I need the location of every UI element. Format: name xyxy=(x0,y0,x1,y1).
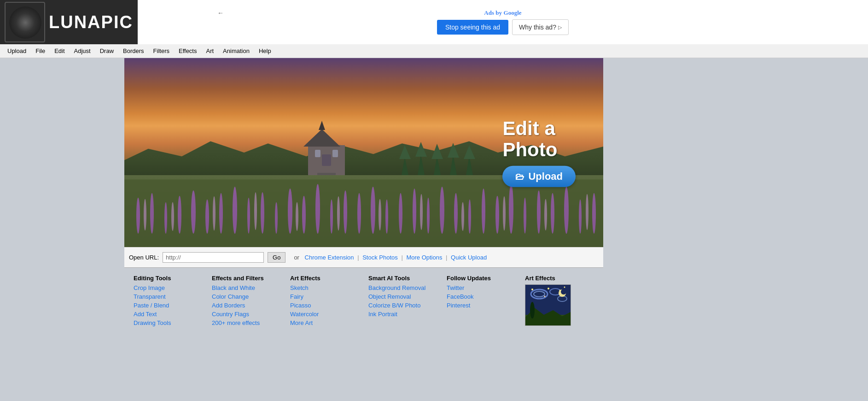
chrome-extension-link[interactable]: Chrome Extension xyxy=(305,254,354,261)
svg-point-9 xyxy=(219,193,223,233)
svg-point-13 xyxy=(275,202,278,234)
svg-point-40 xyxy=(254,192,257,230)
more-options-link[interactable]: More Options xyxy=(406,254,442,261)
nav-edit[interactable]: Edit xyxy=(50,45,69,57)
svg-point-36 xyxy=(592,193,596,233)
svg-point-39 xyxy=(213,196,216,230)
nav-art[interactable]: Art xyxy=(201,45,218,57)
nav-draw[interactable]: Draw xyxy=(95,45,118,57)
art-effects-panel-title: Art Effects xyxy=(525,275,555,282)
nav-adjust[interactable]: Adjust xyxy=(70,45,95,57)
col-editing-tools-title: Editing Tools xyxy=(134,275,198,282)
svg-point-74 xyxy=(544,296,546,297)
svg-point-42 xyxy=(337,196,340,230)
nav-effects[interactable]: Effects xyxy=(174,45,202,57)
svg-point-5 xyxy=(164,202,167,234)
svg-point-30 xyxy=(509,184,513,234)
col-editing-tools: Editing Tools Crop Image Transparent Pas… xyxy=(134,275,198,326)
nav-help[interactable]: Help xyxy=(254,45,276,57)
svg-point-17 xyxy=(330,199,333,234)
header: LUNAPIC ← Ads by Google Stop seeing this… xyxy=(0,0,868,44)
ads-by-google: Ads by Google xyxy=(484,9,521,17)
link-pinterest[interactable]: Pinterest xyxy=(447,302,511,309)
link-add-text[interactable]: Add Text xyxy=(134,311,198,318)
nav-animation[interactable]: Animation xyxy=(218,45,254,57)
nav-filters[interactable]: Filters xyxy=(149,45,174,57)
stock-photos-link[interactable]: Stock Photos xyxy=(362,254,398,261)
folder-icon: 🗁 xyxy=(515,171,524,182)
back-arrow[interactable]: ← xyxy=(217,9,224,17)
svg-point-47 xyxy=(544,199,547,230)
link-add-borders[interactable]: Add Borders xyxy=(212,302,276,309)
quick-upload-link[interactable]: Quick Upload xyxy=(451,254,487,261)
link-color-change[interactable]: Color Change xyxy=(212,293,276,300)
link-transparent[interactable]: Transparent xyxy=(134,293,198,300)
col-smart-ai: Smart AI Tools Background Removal Object… xyxy=(368,275,433,318)
art-effects-preview[interactable] xyxy=(525,284,571,326)
svg-point-28 xyxy=(482,189,485,234)
link-paste-blend[interactable]: Paste / Blend xyxy=(134,302,198,309)
svg-marker-57 xyxy=(399,145,411,159)
svg-point-31 xyxy=(524,197,526,233)
art-effects-panel: Art Effects xyxy=(525,275,571,326)
svg-rect-50 xyxy=(315,150,320,157)
link-fairy[interactable]: Fairy xyxy=(290,293,355,300)
svg-point-72 xyxy=(548,288,549,289)
play-icon: ▷ xyxy=(558,24,562,30)
col-follow-updates: Follow Updates Twitter FaceBook Pinteres… xyxy=(447,275,511,309)
url-input[interactable] xyxy=(163,252,264,263)
svg-point-14 xyxy=(288,189,292,234)
link-200-effects[interactable]: 200+ more effects xyxy=(212,319,276,326)
main-layout: Edit a Photo 🗁 Upload Open URL: Go or Ch… xyxy=(0,58,868,333)
svg-rect-51 xyxy=(332,150,338,157)
link-twitter[interactable]: Twitter xyxy=(447,284,511,291)
link-facebook[interactable]: FaceBook xyxy=(447,293,511,300)
link-object-removal[interactable]: Object Removal xyxy=(368,293,433,300)
svg-point-32 xyxy=(537,190,541,233)
link-black-white[interactable]: Black and White xyxy=(212,284,276,291)
link-drawing-tools[interactable]: Drawing Tools xyxy=(134,319,198,326)
svg-point-16 xyxy=(315,184,320,234)
link-colorize-bw[interactable]: Colorize B/W Photo xyxy=(368,302,433,309)
svg-point-41 xyxy=(296,202,298,231)
why-this-ad-button[interactable]: Why this ad? ▷ xyxy=(512,19,569,35)
link-picasso[interactable]: Picasso xyxy=(290,302,355,309)
svg-point-33 xyxy=(551,193,554,233)
link-country-flags[interactable]: Country Flags xyxy=(212,311,276,318)
svg-point-23 xyxy=(413,189,416,234)
svg-point-27 xyxy=(468,199,471,234)
svg-point-34 xyxy=(564,187,569,234)
col-smart-ai-title: Smart AI Tools xyxy=(368,275,433,282)
svg-point-37 xyxy=(144,199,146,230)
link-ink-portrait[interactable]: Ink Portrait xyxy=(368,311,433,318)
svg-point-11 xyxy=(247,197,250,233)
navbar: Upload File Edit Adjust Draw Borders Fil… xyxy=(0,44,868,58)
svg-point-15 xyxy=(302,195,306,233)
svg-point-35 xyxy=(579,199,582,234)
svg-marker-59 xyxy=(415,142,427,157)
logo-area: LUNAPIC xyxy=(0,0,138,44)
link-sketch[interactable]: Sketch xyxy=(290,284,355,291)
center-content: Edit a Photo 🗁 Upload Open URL: Go or Ch… xyxy=(124,58,603,333)
svg-point-71 xyxy=(531,289,533,290)
go-button[interactable]: Go xyxy=(268,252,285,263)
link-watercolor[interactable]: Watercolor xyxy=(290,311,355,318)
link-more-art[interactable]: More Art xyxy=(290,319,355,326)
svg-point-77 xyxy=(561,289,566,295)
svg-point-7 xyxy=(191,190,196,233)
link-bg-removal[interactable]: Background Removal xyxy=(368,284,433,291)
link-crop-image[interactable]: Crop Image xyxy=(134,284,198,291)
svg-point-6 xyxy=(178,195,181,233)
hero-upload-button[interactable]: 🗁 Upload xyxy=(502,166,576,187)
stop-seeing-button[interactable]: Stop seeing this ad xyxy=(437,20,508,35)
url-links: or Chrome Extension | Stock Photos | Mor… xyxy=(294,254,487,261)
svg-point-44 xyxy=(420,194,423,230)
sidebar-left xyxy=(0,58,124,333)
footer-links: Editing Tools Crop Image Transparent Pas… xyxy=(124,268,603,333)
nav-borders[interactable]: Borders xyxy=(118,45,149,57)
nav-upload[interactable]: Upload xyxy=(3,45,31,57)
svg-point-48 xyxy=(586,194,588,230)
svg-point-4 xyxy=(150,193,154,233)
col-art-effects-title: Art Effects xyxy=(290,275,355,282)
nav-file[interactable]: File xyxy=(31,45,50,57)
